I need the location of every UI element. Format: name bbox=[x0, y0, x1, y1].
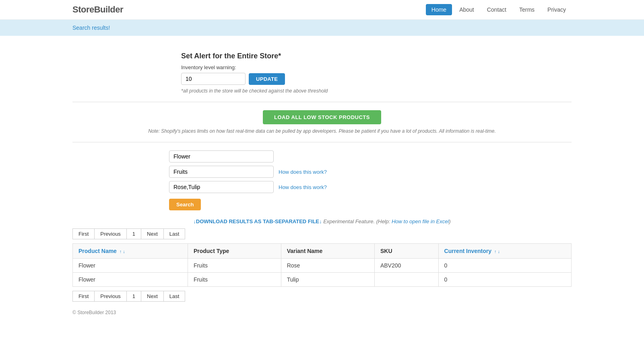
load-section: LOAD ALL LOW STOCK PRODUCTS Note: Shopif… bbox=[72, 110, 572, 134]
table-row: FlowerFruitsTulip0 bbox=[73, 273, 572, 287]
results-table: Product Name ↑ ↓ Product Type Variant Na… bbox=[72, 243, 572, 287]
cell-inventory: 0 bbox=[438, 273, 571, 287]
product-name-sort-icon[interactable]: ↑ ↓ bbox=[120, 249, 125, 254]
load-all-button[interactable]: LOAD ALL LOW STOCK PRODUCTS bbox=[263, 110, 381, 124]
pagination-top: First Previous 1 Next Last bbox=[72, 228, 572, 239]
alert-title: Set Alert for the Entire Store* bbox=[181, 52, 463, 60]
col-product-type: Product Type bbox=[188, 244, 281, 259]
page-1-button-bottom[interactable]: 1 bbox=[126, 291, 141, 302]
cell-product_name: Flower bbox=[73, 259, 188, 273]
cell-inventory: 0 bbox=[438, 259, 571, 273]
first-button-top[interactable]: First bbox=[72, 228, 94, 239]
search-button[interactable]: Search bbox=[169, 199, 201, 210]
cell-sku bbox=[374, 273, 438, 287]
table-row: FlowerFruitsRoseABV2000 bbox=[73, 259, 572, 273]
next-button-top[interactable]: Next bbox=[141, 228, 163, 239]
search-form: How does this work? How does this work? … bbox=[169, 150, 475, 210]
nav-privacy[interactable]: Privacy bbox=[542, 4, 572, 15]
col-product-name[interactable]: Product Name ↑ ↓ bbox=[73, 244, 188, 259]
cell-variant_name: Tulip bbox=[281, 273, 374, 287]
table-header-row: Product Name ↑ ↓ Product Type Variant Na… bbox=[73, 244, 572, 259]
download-link[interactable]: ↓DOWNLOAD RESULTS AS TAB-SEPARATED FILE↓ bbox=[193, 218, 322, 224]
col-variant-name: Variant Name bbox=[281, 244, 374, 259]
divider-2 bbox=[72, 142, 572, 142]
alert-note: *all products in the store will be check… bbox=[181, 88, 463, 94]
nav-links: Home About Contact Terms Privacy bbox=[426, 4, 572, 15]
last-button-bottom[interactable]: Last bbox=[163, 291, 186, 302]
download-note: Experimental Feature. (Help: How to open… bbox=[323, 218, 451, 224]
how-does-variant-link[interactable]: How does this work? bbox=[279, 184, 327, 190]
excel-help-link[interactable]: How to open file in Excel bbox=[392, 218, 449, 224]
nav-terms[interactable]: Terms bbox=[514, 4, 540, 15]
alert-section: Set Alert for the Entire Store* Inventor… bbox=[181, 52, 463, 94]
download-section: ↓DOWNLOAD RESULTS AS TAB-SEPARATED FILE↓… bbox=[72, 218, 572, 224]
col-current-inventory[interactable]: Current Inventory ↑ ↓ bbox=[438, 244, 571, 259]
alert-row: UPDATE bbox=[181, 73, 463, 85]
col-sku: SKU bbox=[374, 244, 438, 259]
cell-sku: ABV200 bbox=[374, 259, 438, 273]
variant-name-input[interactable] bbox=[169, 181, 274, 193]
navbar: StoreBuilder Home About Contact Terms Pr… bbox=[0, 0, 644, 20]
search-row-1 bbox=[169, 150, 274, 162]
nav-about[interactable]: About bbox=[454, 4, 480, 15]
previous-button-top[interactable]: Previous bbox=[94, 228, 126, 239]
cell-product_type: Fruits bbox=[188, 259, 281, 273]
load-note: Note: Shopify's places limits on how fas… bbox=[72, 128, 572, 134]
search-section: How does this work? How does this work? … bbox=[169, 150, 475, 210]
search-row-2: How does this work? bbox=[169, 166, 327, 178]
cell-product_type: Fruits bbox=[188, 273, 281, 287]
footer: © StoreBuilder 2013 bbox=[72, 310, 572, 315]
inventory-level-input[interactable] bbox=[181, 73, 246, 85]
brand: StoreBuilder bbox=[72, 4, 123, 15]
alert-label: Inventory level warning: bbox=[181, 64, 463, 70]
main-content: Set Alert for the Entire Store* Inventor… bbox=[0, 36, 644, 327]
product-type-input[interactable] bbox=[169, 166, 274, 178]
table-header: Product Name ↑ ↓ Product Type Variant Na… bbox=[73, 244, 572, 259]
first-button-bottom[interactable]: First bbox=[72, 291, 94, 302]
nav-home[interactable]: Home bbox=[426, 4, 452, 15]
product-name-input[interactable] bbox=[169, 150, 274, 162]
update-button[interactable]: UPDATE bbox=[249, 73, 285, 85]
divider-1 bbox=[72, 102, 572, 102]
page-1-button-top[interactable]: 1 bbox=[126, 228, 141, 239]
table-body: FlowerFruitsRoseABV2000FlowerFruitsTulip… bbox=[73, 259, 572, 287]
cell-variant_name: Rose bbox=[281, 259, 374, 273]
last-button-top[interactable]: Last bbox=[163, 228, 186, 239]
search-results-banner: Search results! bbox=[0, 20, 644, 36]
pagination-bottom: First Previous 1 Next Last bbox=[72, 291, 572, 302]
nav-contact[interactable]: Contact bbox=[481, 4, 512, 15]
inventory-sort-icon[interactable]: ↑ ↓ bbox=[494, 249, 500, 254]
how-does-type-link[interactable]: How does this work? bbox=[279, 169, 327, 175]
previous-button-bottom[interactable]: Previous bbox=[94, 291, 126, 302]
cell-product_name: Flower bbox=[73, 273, 188, 287]
search-row-3: How does this work? bbox=[169, 181, 327, 193]
next-button-bottom[interactable]: Next bbox=[141, 291, 163, 302]
